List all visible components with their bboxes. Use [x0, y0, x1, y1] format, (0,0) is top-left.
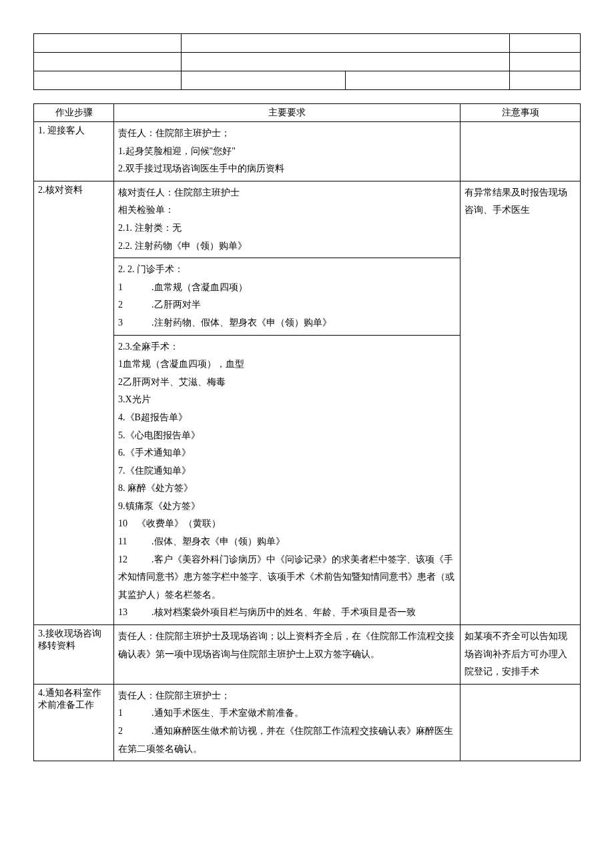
header-requirement: 主要要求: [114, 104, 460, 122]
req-text: 1.起身笑脸相迎，问候"您好": [118, 143, 456, 161]
num: 2: [118, 296, 151, 314]
req-text: 5.《心电图报告单》: [118, 427, 456, 445]
num: 3: [118, 314, 151, 332]
req-text: 9.镇痛泵《处方签》: [118, 498, 456, 516]
requirement-cell: 责任人：住院部主班护士； 1.起身笑脸相迎，问候"您好" 2.双手接过现场咨询医…: [114, 122, 460, 181]
req-text: 10 《收费单》（黄联）: [118, 515, 456, 533]
header-row-3: [34, 71, 581, 90]
req-text: 7.《住院通知单》: [118, 462, 456, 480]
req-sub: .通知手术医生、手术室做术前准备。: [151, 708, 304, 718]
requirement-cell: 责任人：住院部主班护士及现场咨询；以上资料齐全后，在《住院部工作流程交接确认表》…: [114, 625, 460, 685]
req-text: 13.核对档案袋外项目栏与病历中的姓名、年龄、手术项目是否一致: [118, 604, 456, 622]
num: 2: [118, 723, 151, 741]
req-text: 3.X光片: [118, 391, 456, 409]
header-cell: [509, 71, 580, 90]
req-text: 2.通知麻醉医生做术前访视，并在《住院部工作流程交接确认表》麻醉医生在第二项签名…: [118, 723, 456, 758]
req-text: 8. 麻醉《处方签》: [118, 480, 456, 498]
header-cell: [509, 53, 580, 71]
req-text: 12.客户《美容外科门诊病历》中《问诊记录》的求美者栏中签字、该项《手术知情同意…: [118, 551, 456, 604]
req-sub: .乙肝两对半: [151, 300, 201, 310]
req-sub: .核对档案袋外项目栏与病历中的姓名、年龄、手术项目是否一致: [151, 607, 416, 617]
header-step: 作业步骤: [34, 104, 114, 122]
num: 1: [118, 279, 151, 297]
num: 11: [118, 533, 151, 551]
req-text: 3.注射药物、假体、塑身衣《申（领）购单》: [118, 314, 456, 332]
table-row: 1. 迎接客人 责任人：住院部主班护士； 1.起身笑脸相迎，问候"您好" 2.双…: [34, 122, 581, 181]
main-table: 作业步骤 主要要求 注意事项 1. 迎接客人 责任人：住院部主班护士； 1.起身…: [33, 103, 581, 761]
req-text: 相关检验单：: [118, 201, 456, 220]
req-sub: .血常规（含凝血四项）: [151, 282, 248, 292]
step-cell: 3.接收现场咨询移转资料: [34, 625, 114, 685]
req-text: 核对责任人：住院部主班护士: [118, 184, 456, 202]
req-text: 2.3.全麻手术：: [118, 338, 456, 356]
req-sub: .注射药物、假体、塑身衣《申（领）购单》: [151, 318, 332, 328]
req-text: 1.血常规（含凝血四项）: [118, 279, 456, 297]
note-cell: 如某项不齐全可以告知现场咨询补齐后方可办理入院登记，安排手术: [460, 625, 581, 685]
req-text: 2.乙肝两对半: [118, 296, 456, 314]
header-table: [33, 33, 581, 90]
header-row-2: [34, 53, 581, 71]
req-text: 2乙肝两对半、艾滋、梅毒: [118, 374, 456, 392]
step-cell: 4.通知各科室作术前准备工作: [34, 684, 114, 761]
requirement-cell: 核对责任人：住院部主班护士 相关检验单： 2.1. 注射类：无 2.2. 注射药…: [114, 181, 460, 624]
num: 1: [118, 705, 151, 723]
req-text: 责任人：住院部主班护士；: [118, 125, 456, 143]
header-cell: [182, 53, 509, 71]
step-cell: 1. 迎接客人: [34, 122, 114, 181]
header-note: 注意事项: [460, 104, 581, 122]
req-text: 2.2. 注射药物《申（领）购单》: [118, 238, 456, 256]
table-row: 3.接收现场咨询移转资料 责任人：住院部主班护士及现场咨询；以上资料齐全后，在《…: [34, 625, 581, 685]
header-cell: [182, 34, 509, 53]
req-text: 2.1. 注射类：无: [118, 220, 456, 238]
header-cell: [182, 71, 346, 90]
num: 13: [118, 604, 151, 622]
req-text: 6.《手术通知单》: [118, 444, 456, 462]
req-sub: .假体、塑身衣《申（领）购单》: [151, 536, 285, 546]
note-cell: 有异常结果及时报告现场咨询、手术医生: [460, 181, 581, 624]
req-text: 11.假体、塑身衣《申（领）购单》: [118, 533, 456, 551]
table-row: 2.核对资料 核对责任人：住院部主班护士 相关检验单： 2.1. 注射类：无 2…: [34, 181, 581, 624]
table-row: 4.通知各科室作术前准备工作 责任人：住院部主班护士； 1.通知手术医生、手术室…: [34, 684, 581, 761]
req-sub: .通知麻醉医生做术前访视，并在《住院部工作流程交接确认表》麻醉医生在第二项签名确…: [118, 726, 453, 754]
req-text: 1血常规（含凝血四项），血型: [118, 356, 456, 374]
header-cell: [34, 34, 182, 53]
req-text: 1.通知手术医生、手术室做术前准备。: [118, 705, 456, 723]
header-row-1: [34, 34, 581, 53]
requirement-cell: 责任人：住院部主班护士； 1.通知手术医生、手术室做术前准备。 2.通知麻醉医生…: [114, 684, 460, 761]
note-cell: [460, 684, 581, 761]
req-sub: .客户《美容外科门诊病历》中《问诊记录》的求美者栏中签字、该项《手术知情同意书》…: [118, 554, 454, 600]
table-header-row: 作业步骤 主要要求 注意事项: [34, 104, 581, 122]
header-cell: [34, 71, 182, 90]
note-cell: [460, 122, 581, 181]
header-cell: [345, 71, 509, 90]
req-text: 2.双手接过现场咨询医生手中的病历资料: [118, 160, 456, 178]
step-cell: 2.核对资料: [34, 181, 114, 624]
num: 12: [118, 551, 151, 569]
req-text: 责任人：住院部主班护士；: [118, 687, 456, 705]
req-text: 4.《B超报告单》: [118, 409, 456, 427]
header-cell: [509, 34, 580, 53]
req-text: 2. 2. 门诊手术：: [118, 261, 456, 279]
header-cell: [34, 53, 182, 71]
